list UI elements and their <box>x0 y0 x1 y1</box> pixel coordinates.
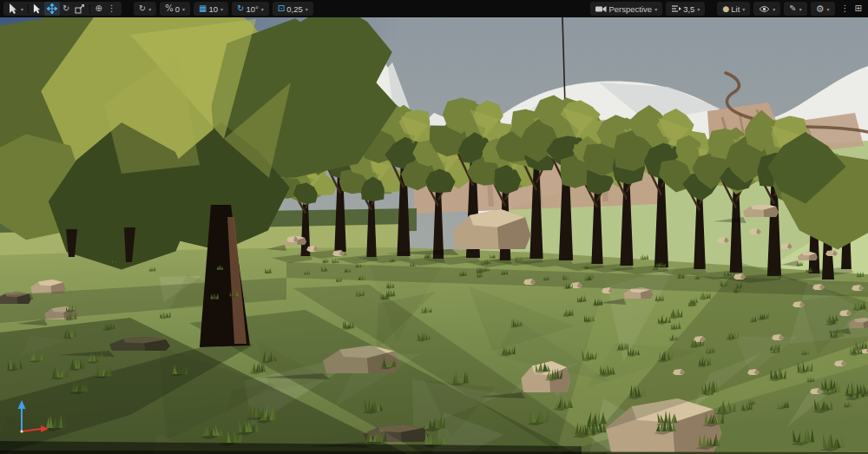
rotate-tool-button[interactable]: ↻ <box>60 2 72 16</box>
viewport-settings-dropdown[interactable]: ⚙ ▾ <box>813 2 832 16</box>
surface-snapping-group: ↻ ▾ <box>134 2 156 16</box>
chevron-down-icon: ▾ <box>220 6 223 12</box>
view-mode-group: ● Lit ▾ <box>717 2 750 16</box>
edit-tools-dropdown[interactable]: ✎ ▾ <box>786 2 804 16</box>
camera-icon <box>595 5 607 13</box>
chevron-down-icon: ▾ <box>697 6 700 12</box>
view-mode-dropdown[interactable]: ● Lit ▾ <box>720 2 747 16</box>
chevron-down-icon: ▾ <box>148 6 151 12</box>
transform-more-options-button[interactable]: ⋮ <box>105 2 119 16</box>
angle-snapping-group: % 0 ▾ <box>160 2 190 16</box>
coordinate-system-button[interactable]: ⊕ <box>92 2 104 16</box>
grid-snapping-group: ▦ 10 ▾ <box>194 2 228 16</box>
viewport-toolbar: ▾ ↻ <box>0 0 868 17</box>
angle-snap-icon: % <box>165 4 174 13</box>
angle-snap-value: 0 <box>175 4 180 14</box>
quad-layout-icon: ⊞ <box>855 4 862 13</box>
globe-icon: ⊕ <box>95 4 102 13</box>
chevron-down-icon: ▾ <box>827 6 830 12</box>
vertical-dots-icon: ⋮ <box>108 4 116 13</box>
viewport-more-options-button[interactable]: ⋮ <box>838 2 852 16</box>
scale-snapping-group: ⊡ 0,25 ▾ <box>273 2 313 16</box>
toolbar-separator <box>28 4 29 14</box>
chevron-down-icon: ▾ <box>742 6 745 12</box>
camera-projection-group: Perspective ▾ <box>590 2 662 16</box>
camera-speed-icon <box>671 4 681 13</box>
scale-snap-icon: ⊡ <box>278 4 285 13</box>
rotation-snap-value: 10° <box>246 4 258 14</box>
eye-icon <box>759 5 770 13</box>
grid-snap-button[interactable]: ▦ 10 ▾ <box>196 2 226 16</box>
grid-snap-value: 10 <box>208 4 218 14</box>
chevron-down-icon: ▾ <box>654 6 657 12</box>
angle-snap-button[interactable]: % 0 ▾ <box>162 2 187 16</box>
viewport-3d-scene[interactable] <box>0 0 868 454</box>
view-mode-label: Lit <box>731 4 740 14</box>
chevron-down-icon: ▾ <box>182 6 185 12</box>
lit-sphere-icon: ● <box>722 5 729 13</box>
camera-speed-group: 3,5 ▾ <box>666 2 705 16</box>
transform-tools-group: ▾ ↻ <box>3 2 122 16</box>
surface-snap-icon: ↻ <box>139 4 146 13</box>
perspective-dropdown[interactable]: Perspective ▾ <box>593 2 660 16</box>
projection-label: Perspective <box>608 4 652 14</box>
rotate-tool-icon: ↻ <box>62 4 69 13</box>
rotation-snapping-group: ↻ 10° ▾ <box>232 2 269 16</box>
pen-icon: ✎ <box>789 4 796 13</box>
surface-snapping-button[interactable]: ↻ ▾ <box>136 2 154 16</box>
rotation-snap-icon: ↻ <box>237 4 244 13</box>
scale-tool-button[interactable] <box>72 2 88 16</box>
scale-tool-icon <box>75 3 85 14</box>
viewport-layout-button[interactable]: ⊞ <box>852 2 865 16</box>
show-flags-dropdown[interactable]: ▾ <box>756 2 778 16</box>
chevron-down-icon: ▾ <box>21 6 23 12</box>
grid-snap-icon: ▦ <box>199 4 207 13</box>
select-arrow-icon <box>33 3 42 14</box>
unreal-editor-viewport: ▾ ↻ <box>0 0 868 454</box>
rotation-snap-button[interactable]: ↻ 10° ▾ <box>234 2 266 16</box>
gear-icon: ⚙ <box>816 4 825 14</box>
move-tool-button[interactable] <box>44 2 60 16</box>
cursor-mode-icon <box>9 3 18 14</box>
toolbar-separator <box>89 4 90 14</box>
camera-speed-value: 3,5 <box>683 4 694 14</box>
select-tool-button[interactable] <box>30 2 44 16</box>
show-flags-group: ▾ <box>753 2 780 16</box>
chevron-down-icon: ▾ <box>773 6 775 12</box>
camera-speed-button[interactable]: 3,5 ▾ <box>668 2 702 16</box>
chevron-down-icon: ▾ <box>261 6 264 12</box>
viewport-settings-group: ⚙ ▾ <box>811 2 835 16</box>
move-tool-icon <box>47 3 57 14</box>
scale-snap-button[interactable]: ⊡ 0,25 ▾ <box>275 2 311 16</box>
selection-mode-dropdown[interactable]: ▾ <box>6 2 26 16</box>
chevron-down-icon: ▾ <box>306 6 308 12</box>
scale-snap-value: 0,25 <box>286 4 303 14</box>
chevron-down-icon: ▾ <box>799 6 802 12</box>
vertical-dots-icon: ⋮ <box>841 4 850 13</box>
edit-tools-group: ✎ ▾ <box>784 2 806 16</box>
